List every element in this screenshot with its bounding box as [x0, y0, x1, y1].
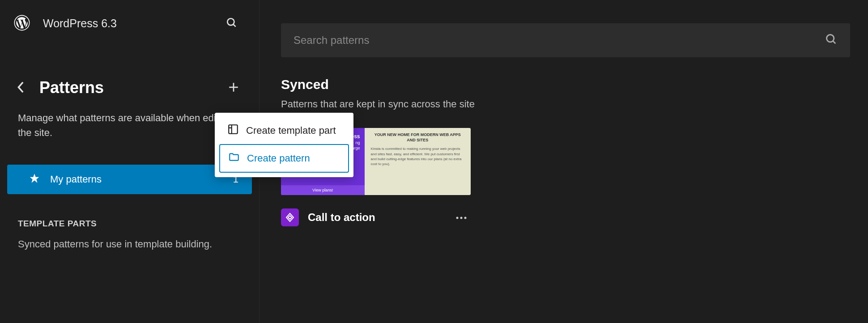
add-pattern-button[interactable]: [226, 80, 241, 96]
synced-heading: Synced: [281, 77, 850, 92]
svg-point-1: [227, 18, 234, 25]
create-template-part-option[interactable]: Create template part: [219, 117, 349, 144]
search-icon: [226, 23, 238, 30]
site-title: WordPress 6.3: [43, 17, 117, 30]
popover-item-label: Create pattern: [247, 153, 310, 164]
nav-title-left: Patterns: [15, 78, 104, 97]
create-popover: Create template part Create pattern: [215, 113, 353, 177]
more-horizontal-icon: [455, 214, 467, 221]
pattern-type-icon: [281, 208, 299, 226]
page-title: Patterns: [39, 78, 104, 97]
svg-point-11: [460, 217, 463, 219]
preview-view-plans-btn: View plans!: [281, 185, 365, 195]
pattern-list-item[interactable]: Call to action: [281, 208, 471, 226]
svg-line-2: [233, 24, 235, 26]
pattern-more-button[interactable]: [452, 211, 471, 225]
nav-item-left: My patterns: [29, 173, 102, 186]
search-button[interactable]: [222, 13, 241, 34]
search-icon: [825, 33, 838, 47]
plus-icon: [228, 88, 239, 94]
wordpress-logo-icon: [13, 14, 30, 33]
search-placeholder: Search patterns: [294, 34, 369, 47]
svg-point-12: [464, 217, 467, 219]
create-pattern-option[interactable]: Create pattern: [219, 144, 349, 173]
preview-right-title: YOUR NEW HOME FOR MODERN WEB APPS AND SI…: [371, 132, 464, 143]
template-parts-description: Synced patterns for use in template buil…: [0, 238, 259, 250]
pattern-label: Call to action: [308, 211, 375, 224]
back-button[interactable]: [15, 79, 27, 97]
svg-point-8: [827, 35, 834, 42]
sidebar-header: WordPress 6.3: [0, 13, 259, 34]
pattern-row-left: Call to action: [281, 208, 375, 226]
svg-line-9: [833, 41, 836, 44]
popover-item-label: Create template part: [246, 125, 336, 136]
svg-point-10: [456, 217, 459, 219]
synced-description: Patterns that are kept in sync across th…: [281, 98, 850, 110]
template-parts-heading: TEMPLATE PARTS: [0, 219, 259, 229]
folder-icon: [228, 151, 240, 166]
nav-title-row: Patterns: [0, 78, 259, 97]
svg-rect-5: [229, 125, 238, 134]
template-part-icon: [227, 123, 239, 138]
sidebar: WordPress 6.3 Patterns: [0, 0, 260, 323]
sidebar-header-left: WordPress 6.3: [13, 14, 117, 33]
preview-right-body: Kinsta is committed to making running yo…: [371, 146, 464, 166]
preview-right-panel: YOUR NEW HOME FOR MODERN WEB APPS AND SI…: [365, 128, 471, 195]
search-patterns-input[interactable]: Search patterns: [281, 23, 850, 57]
nav-item-label: My patterns: [50, 174, 102, 185]
star-icon: [29, 173, 40, 186]
chevron-left-icon: [17, 88, 25, 95]
